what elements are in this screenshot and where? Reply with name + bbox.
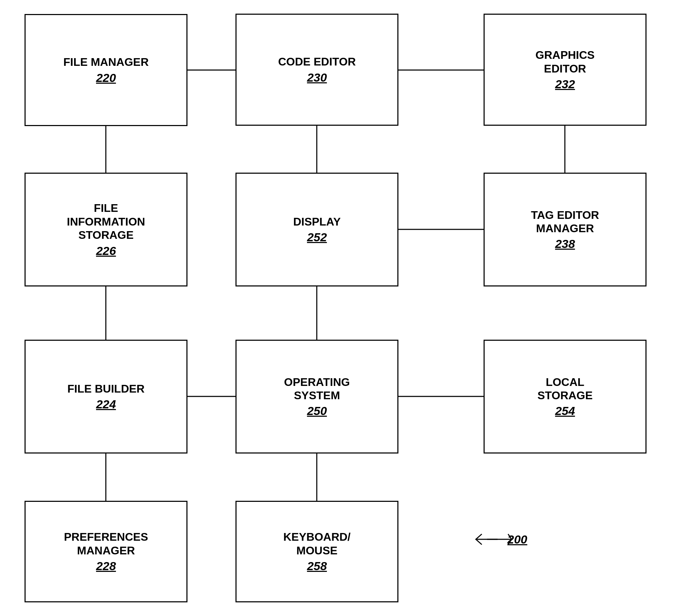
file-manager-number: 220 xyxy=(96,71,116,85)
code-editor-box: CODE EDITOR 230 xyxy=(235,14,398,126)
local-storage-number: 254 xyxy=(555,404,575,418)
file-manager-box: FILE MANAGER 220 xyxy=(25,14,187,126)
tag-editor-manager-label: TAG EDITOR MANAGER xyxy=(531,208,599,235)
preferences-manager-number: 228 xyxy=(96,559,116,573)
operating-system-box: OPERATING SYSTEM 250 xyxy=(235,340,398,454)
graphics-editor-box: GRAPHICS EDITOR 232 xyxy=(484,14,647,126)
file-info-storage-box: FILE INFORMATION STORAGE 226 xyxy=(25,173,187,286)
display-label: DISPLAY xyxy=(293,215,341,228)
file-builder-box: FILE BUILDER 224 xyxy=(25,340,187,454)
operating-system-number: 250 xyxy=(307,404,327,418)
tag-editor-manager-box: TAG EDITOR MANAGER 238 xyxy=(484,173,647,286)
preferences-manager-label: PREFERENCES MANAGER xyxy=(64,530,148,557)
reference-arrow-container: 200 xyxy=(473,529,527,550)
keyboard-mouse-label: KEYBOARD/ MOUSE xyxy=(283,530,350,557)
display-box: DISPLAY 252 xyxy=(235,173,398,286)
file-info-storage-label: FILE INFORMATION STORAGE xyxy=(67,201,145,242)
tag-editor-manager-number: 238 xyxy=(555,237,575,251)
graphics-editor-label: GRAPHICS EDITOR xyxy=(535,48,595,75)
local-storage-label: LOCAL STORAGE xyxy=(538,375,593,402)
graphics-editor-number: 232 xyxy=(555,77,575,91)
reference-arrow-icon xyxy=(473,529,501,550)
reference-number: 200 xyxy=(507,533,527,546)
code-editor-label: CODE EDITOR xyxy=(278,55,356,68)
file-builder-number: 224 xyxy=(96,397,116,411)
keyboard-mouse-number: 258 xyxy=(307,559,327,573)
operating-system-label: OPERATING SYSTEM xyxy=(284,375,350,402)
file-info-storage-number: 226 xyxy=(96,244,116,258)
diagram: FILE MANAGER 220 CODE EDITOR 230 GRAPHIC… xyxy=(0,0,684,616)
preferences-manager-box: PREFERENCES MANAGER 228 xyxy=(25,501,187,602)
file-builder-label: FILE BUILDER xyxy=(67,382,144,395)
local-storage-box: LOCAL STORAGE 254 xyxy=(484,340,647,454)
file-manager-label: FILE MANAGER xyxy=(63,55,149,69)
display-number: 252 xyxy=(307,230,327,244)
keyboard-mouse-box: KEYBOARD/ MOUSE 258 xyxy=(235,501,398,602)
code-editor-number: 230 xyxy=(307,71,327,84)
